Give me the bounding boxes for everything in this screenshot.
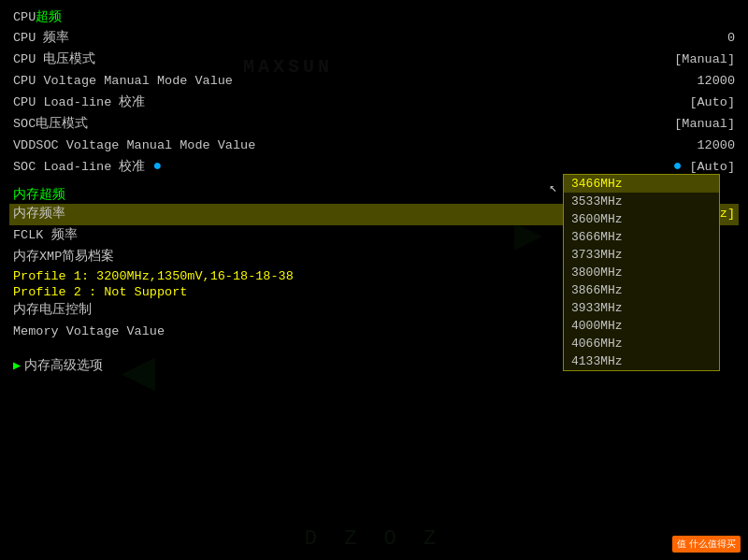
dropdown-item-label: 3800MHz: [571, 266, 623, 280]
vddsoc-voltage-label: VDDSOC Voltage Manual Mode Value: [13, 136, 255, 156]
bios-background: MAXSUN ◀ ▶ D Z O Z CPU 超频 CPU 频率 0 CPU 电…: [0, 0, 748, 560]
dropdown-item-label: 4000MHz: [571, 319, 623, 333]
fclk-freq-label: FCLK 频率: [13, 226, 78, 246]
cpu-voltage-manual-label: CPU Voltage Manual Mode Value: [13, 72, 233, 92]
dropdown-item-3466[interactable]: 3466MHz: [564, 175, 719, 193]
dropdown-item-3600[interactable]: 3600MHz: [564, 210, 719, 228]
cpu-voltage-mode-value: [Manual]: [674, 50, 735, 70]
dropdown-item-3666[interactable]: 3666MHz: [564, 228, 719, 246]
vddsoc-voltage-value: 12000: [697, 136, 735, 156]
dropdown-item-label: 3666MHz: [571, 230, 623, 244]
cpu-freq-label: CPU 频率: [13, 29, 69, 49]
frequency-dropdown[interactable]: 3466MHz 3533MHz 3600MHz 3666MHz 3733MHz …: [563, 174, 720, 371]
dropdown-item-label: 3533MHz: [571, 194, 623, 208]
blue-dot-1: ●: [153, 158, 163, 175]
blue-dot-2: ●: [673, 158, 683, 175]
cpu-voltage-mode-row[interactable]: CPU 电压模式 [Manual]: [9, 50, 739, 71]
dropdown-item-3533[interactable]: 3533MHz: [564, 193, 719, 210]
xmp-profile-label: 内存XMP简易档案: [13, 248, 114, 267]
cpu-freq-row: CPU 频率 0: [9, 28, 739, 50]
dropdown-item-3733[interactable]: 3733MHz: [564, 246, 719, 264]
cpu-oc-header: CPU 超频: [9, 7, 739, 26]
dropdown-item-label: 4066MHz: [571, 337, 623, 351]
dropdown-item-label: 3933MHz: [571, 301, 623, 315]
cpu-loadline-label: CPU Load-line 校准: [13, 93, 145, 113]
cpu-oc-label: 超频: [36, 8, 62, 25]
dropdown-item-label: 4133MHz: [571, 354, 623, 368]
dropdown-item-4133[interactable]: 4133MHz: [564, 352, 719, 370]
cpu-label: CPU: [13, 10, 36, 24]
memory-freq-label: 内存频率: [13, 205, 65, 224]
cpu-loadline-row[interactable]: CPU Load-line 校准 [Auto]: [9, 93, 739, 114]
smzdm-badge: 值 什么值得买: [672, 536, 741, 553]
soc-loadline-label: SOC Load-line 校准 ●: [13, 158, 162, 178]
cpu-voltage-mode-label: CPU 电压模式: [13, 50, 95, 70]
dropdown-item-4000[interactable]: 4000MHz: [564, 317, 719, 335]
advanced-options-label: ▶ 内存高级选项: [13, 357, 103, 377]
dropdown-item-label: 3600MHz: [571, 212, 623, 226]
dropdown-item-label: 3466MHz: [571, 177, 623, 191]
dropdown-item-label: 3733MHz: [571, 248, 623, 262]
vddsoc-voltage-row[interactable]: VDDSOC Voltage Manual Mode Value 12000: [9, 136, 739, 157]
advanced-arrow-icon: ▶: [13, 357, 21, 377]
cpu-loadline-value: [Auto]: [689, 93, 735, 113]
dropdown-item-4066[interactable]: 4066MHz: [564, 335, 719, 352]
cpu-freq-value: 0: [727, 29, 735, 49]
soc-voltage-mode-row[interactable]: SOC电压模式 [Manual]: [9, 114, 739, 136]
soc-voltage-mode-label: SOC电压模式: [13, 115, 88, 135]
dropdown-item-label: 3866MHz: [571, 283, 623, 297]
memory-voltage-control-label: 内存电压控制: [13, 301, 92, 321]
cpu-voltage-manual-value: 12000: [697, 72, 735, 92]
dropdown-item-3800[interactable]: 3800MHz: [564, 264, 719, 281]
soc-voltage-mode-value: [Manual]: [674, 115, 735, 135]
dropdown-item-3866[interactable]: 3866MHz: [564, 281, 719, 299]
dropdown-item-3933[interactable]: 3933MHz: [564, 299, 719, 317]
cpu-voltage-manual-row[interactable]: CPU Voltage Manual Mode Value 12000: [9, 71, 739, 93]
memory-voltage-value-label: Memory Voltage Value: [13, 323, 165, 342]
